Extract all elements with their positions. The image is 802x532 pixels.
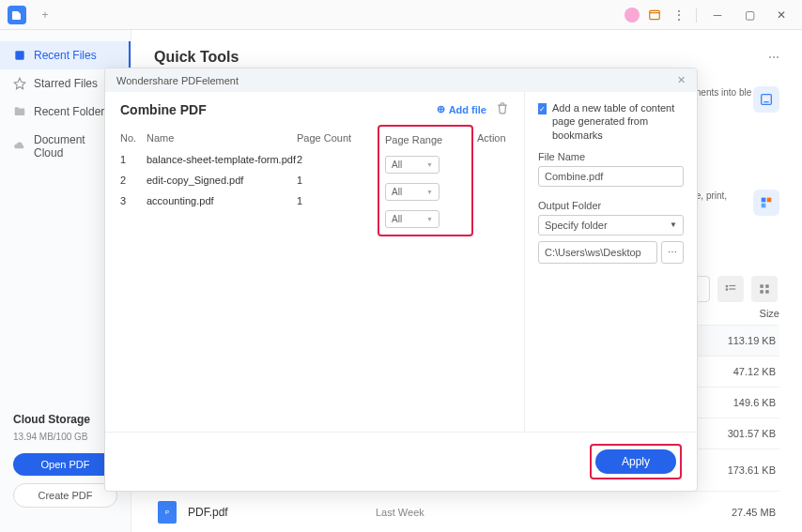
- svg-rect-3: [762, 95, 772, 105]
- account-avatar[interactable]: [625, 8, 640, 23]
- sidebar-item-label: Recent Files: [34, 49, 97, 62]
- dialog-heading: Combine PDF: [120, 102, 207, 117]
- svg-rect-0: [650, 10, 660, 19]
- svg-rect-11: [760, 284, 763, 288]
- bookmark-label: Add a new table of content page generate…: [552, 101, 684, 142]
- create-pdf-button[interactable]: Create PDF: [13, 483, 117, 508]
- more-icon[interactable]: ⋯: [768, 51, 779, 64]
- folder-icon: [13, 105, 26, 118]
- svg-rect-14: [765, 290, 769, 294]
- open-pdf-button[interactable]: Open PDF: [13, 453, 117, 476]
- table-row[interactable]: 1 balance-sheet-template-form.pdf 2: [120, 149, 383, 170]
- row-name: balance-sheet-template-form.pdf: [147, 154, 297, 165]
- sidebar-item-label: Recent Folders: [34, 105, 110, 118]
- file-row[interactable]: P PDF.pdf Last Week 27.45 MB: [154, 491, 779, 532]
- file-size: 301.57 KB: [728, 428, 776, 439]
- row-name: accounting.pdf: [147, 195, 297, 206]
- table-row-range: All ▼: [385, 205, 466, 233]
- page-range-select[interactable]: All ▼: [385, 156, 440, 174]
- svg-rect-12: [765, 284, 769, 288]
- row-pages: 1: [297, 175, 378, 186]
- card-icon: [753, 86, 779, 113]
- card-icon: [753, 190, 779, 216]
- chevron-down-icon: ▼: [426, 161, 433, 168]
- file-modified: Last Week: [376, 507, 563, 518]
- chevron-down-icon: ▼: [426, 216, 433, 222]
- svg-rect-13: [760, 290, 763, 294]
- cloud-storage-title: Cloud Storage: [13, 413, 117, 426]
- column-page-range: Page Range: [385, 134, 466, 145]
- add-file-button[interactable]: ⊕ Add file: [437, 103, 486, 115]
- notification-icon[interactable]: [645, 6, 664, 24]
- view-grid-button[interactable]: [751, 276, 778, 302]
- svg-rect-4: [762, 198, 766, 203]
- dialog-close-button[interactable]: ✕: [677, 74, 686, 86]
- file-size: 27.45 MB: [732, 507, 776, 518]
- column-no: No.: [120, 132, 147, 144]
- output-folder-label: Output Folder: [538, 200, 684, 211]
- browse-button[interactable]: ⋯: [661, 241, 684, 264]
- svg-rect-7: [726, 285, 728, 287]
- svg-rect-8: [726, 288, 728, 290]
- delete-icon[interactable]: [496, 101, 509, 117]
- plus-icon: ⊕: [437, 103, 445, 115]
- app-logo: [8, 6, 26, 24]
- apply-button[interactable]: Apply: [595, 449, 676, 474]
- minimize-button[interactable]: ─: [704, 2, 731, 28]
- table-row[interactable]: 3 accounting.pdf 1: [120, 190, 383, 211]
- row-no: 1: [120, 154, 147, 165]
- view-list-button[interactable]: [717, 276, 744, 302]
- file-size: 113.19 KB: [728, 335, 776, 346]
- column-action: Action: [468, 132, 509, 144]
- cloud-icon: [13, 140, 26, 153]
- svg-rect-1: [15, 51, 23, 59]
- close-button[interactable]: ✕: [768, 2, 794, 28]
- new-tab-button[interactable]: +: [34, 4, 56, 26]
- chevron-down-icon: ▼: [670, 220, 677, 229]
- cloud-usage: 13.94 MB/100 GB: [13, 432, 117, 442]
- sidebar-item-recent-files[interactable]: Recent Files: [0, 41, 131, 69]
- file-name: PDF.pdf: [188, 506, 376, 519]
- sidebar-item-label: Starred Files: [34, 77, 98, 90]
- svg-rect-10: [729, 288, 735, 289]
- bookmark-checkbox[interactable]: ✓: [538, 103, 547, 114]
- menu-dots-icon[interactable]: ⋮: [670, 6, 688, 24]
- dialog-title: Wondershare PDFelement: [116, 75, 239, 86]
- filename-label: File Name: [538, 151, 684, 162]
- recent-icon: [13, 49, 26, 62]
- table-row[interactable]: 2 edit-copy_Signed.pdf 1: [120, 170, 383, 190]
- svg-marker-2: [14, 78, 25, 89]
- output-path-input[interactable]: [538, 241, 657, 264]
- svg-rect-9: [729, 285, 735, 286]
- page-range-select[interactable]: All ▼: [385, 183, 440, 201]
- row-no: 2: [120, 175, 147, 186]
- titlebar: + ⋮ ─ ▢ ✕: [0, 0, 802, 30]
- file-size: 47.12 KB: [733, 366, 776, 377]
- file-size: 149.6 KB: [733, 397, 776, 408]
- filename-input[interactable]: [538, 166, 684, 187]
- page-title: Quick Tools: [154, 49, 239, 66]
- combine-pdf-dialog: Wondershare PDFelement ✕ Combine PDF ⊕ A…: [104, 68, 698, 492]
- svg-rect-5: [767, 198, 772, 203]
- row-no: 3: [120, 195, 147, 206]
- svg-rect-6: [762, 204, 766, 208]
- file-size: 173.61 KB: [728, 464, 776, 476]
- maximize-button[interactable]: ▢: [736, 2, 763, 28]
- output-folder-select[interactable]: Specify folder ▼: [538, 215, 684, 236]
- pdf-icon: P: [158, 501, 177, 524]
- chevron-down-icon: ▼: [426, 189, 433, 195]
- column-page-count: Page Count: [297, 132, 378, 144]
- table-row-range: All ▼: [385, 151, 466, 178]
- row-pages: 2: [297, 154, 378, 165]
- page-range-select[interactable]: All ▼: [385, 210, 440, 228]
- row-pages: 1: [297, 195, 378, 206]
- column-name: Name: [147, 132, 297, 144]
- star-icon: [13, 77, 26, 90]
- table-row-range: All ▼: [385, 178, 466, 205]
- row-name: edit-copy_Signed.pdf: [147, 175, 297, 186]
